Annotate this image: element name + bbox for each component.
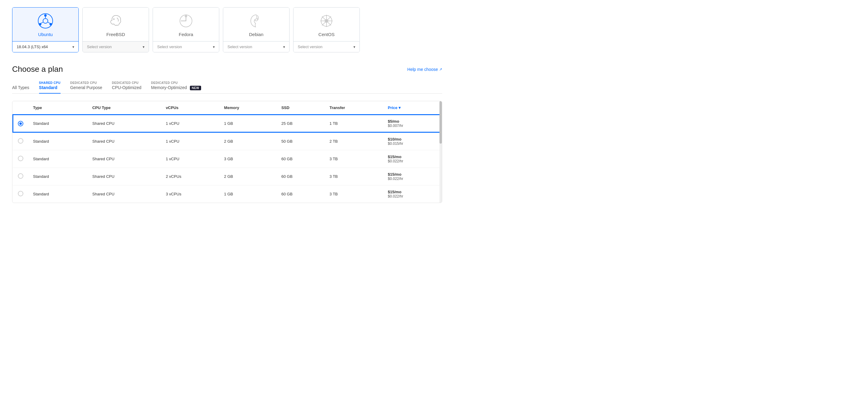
th-transfer: Transfer [325, 101, 383, 115]
os-card-freebsd[interactable]: FreeBSD Select version ▾ [82, 7, 149, 52]
price-hr-4: $0.022/hr [388, 177, 437, 181]
radio-btn-4[interactable] [18, 173, 23, 179]
chevron-down-icon-freebsd[interactable]: ▾ [143, 45, 145, 49]
radio-cell-1[interactable] [13, 115, 28, 133]
ubuntu-icon [37, 13, 53, 29]
table-row[interactable]: Standard Shared CPU 1 vCPU 3 GB 60 GB 3 … [13, 150, 441, 168]
scrollbar-track[interactable] [439, 101, 442, 203]
table-row[interactable]: Standard Shared CPU 3 vCPUs 1 GB 60 GB 3… [13, 185, 441, 203]
th-ssd: SSD [277, 101, 325, 115]
plan-vcpus-2: 1 vCPU [161, 133, 219, 150]
plan-transfer-4: 3 TB [325, 168, 383, 185]
os-card-ubuntu[interactable]: Ubuntu 18.04.3 (LTS) x64 ▾ [12, 7, 79, 52]
price-hr-2: $0.015/hr [388, 142, 437, 146]
tab-cpu-optimized[interactable]: DEDICATED CPU CPU-Optimized [112, 81, 142, 94]
plan-memory-4: 2 GB [219, 168, 277, 185]
radio-btn-2[interactable] [18, 138, 23, 144]
os-version-bottom-freebsd[interactable]: Select version ▾ [83, 41, 149, 52]
plan-memory-5: 1 GB [219, 185, 277, 203]
plan-type-3: Standard [28, 150, 88, 168]
plan-cpu-type-4: Shared CPU [88, 168, 161, 185]
radio-cell-2[interactable] [13, 133, 28, 150]
price-hr-1: $0.007/hr [388, 124, 436, 128]
table-header-row: Type CPU Type vCPUs Memory SSD Transfer … [13, 101, 441, 115]
plan-cpu-type-2: Shared CPU [88, 133, 161, 150]
price-mo-3: $15/mo [388, 154, 437, 159]
plan-table-wrapper: Type CPU Type vCPUs Memory SSD Transfer … [12, 101, 442, 203]
centos-icon [319, 13, 334, 29]
plan-ssd-5: 60 GB [277, 185, 325, 203]
radio-btn-5[interactable] [18, 191, 23, 196]
radio-btn-3[interactable] [18, 156, 23, 161]
os-name-centos: CentOS [318, 32, 334, 37]
svg-point-8 [113, 19, 115, 20]
os-version-bottom-debian[interactable]: Select version ▾ [223, 41, 289, 52]
price-mo-5: $15/mo [388, 189, 437, 194]
plan-tabs: All Types SHARED CPU Standard DEDICATED … [12, 81, 442, 94]
chevron-down-icon-fedora[interactable]: ▾ [213, 45, 215, 49]
chevron-down-icon-ubuntu[interactable]: ▾ [72, 45, 74, 49]
plan-memory-2: 2 GB [219, 133, 277, 150]
th-price[interactable]: Price ▾ [383, 101, 441, 115]
svg-point-1 [43, 19, 48, 23]
scrollbar-thumb[interactable] [439, 101, 442, 144]
plan-price-5: $15/mo $0.022/hr [383, 185, 441, 203]
svg-point-4 [50, 23, 52, 25]
svg-point-3 [39, 23, 41, 25]
os-card-fedora[interactable]: Fedora Select version ▾ [153, 7, 219, 52]
plan-type-5: Standard [28, 185, 88, 203]
os-version-bottom-centos[interactable]: Select version ▾ [293, 41, 360, 52]
radio-cell-3[interactable] [13, 150, 28, 168]
os-version-bottom-ubuntu[interactable]: 18.04.3 (LTS) x64 ▾ [12, 41, 79, 52]
help-me-choose-label: Help me choose [407, 67, 438, 72]
plan-title: Choose a plan [12, 64, 63, 74]
os-card-debian[interactable]: Debian Select version ▾ [223, 7, 289, 52]
plan-ssd-2: 50 GB [277, 133, 325, 150]
chevron-down-icon-centos[interactable]: ▾ [353, 45, 355, 49]
tab-all-types[interactable]: All Types [12, 85, 29, 94]
plan-price-4: $15/mo $0.022/hr [383, 168, 441, 185]
help-me-choose-link[interactable]: Help me choose ↗ [407, 67, 442, 72]
tab-general-purpose[interactable]: DEDICATED CPU General Purpose [70, 81, 102, 94]
radio-btn-1[interactable] [18, 121, 23, 126]
tab-cpu-category: DEDICATED CPU [112, 81, 142, 85]
plan-vcpus-5: 3 vCPUs [161, 185, 219, 203]
radio-cell-5[interactable] [13, 185, 28, 203]
th-type: Type [28, 101, 88, 115]
plan-memory-3: 3 GB [219, 150, 277, 168]
chevron-down-icon-debian[interactable]: ▾ [283, 45, 285, 49]
table-row[interactable]: Standard Shared CPU 1 vCPU 2 GB 50 GB 2 … [13, 133, 441, 150]
os-version-ubuntu: 18.04.3 (LTS) x64 [17, 45, 48, 49]
radio-cell-4[interactable] [13, 168, 28, 185]
external-link-icon: ↗ [439, 67, 442, 71]
os-name-freebsd: FreeBSD [106, 32, 125, 37]
price-mo-2: $10/mo [388, 137, 437, 142]
tab-general-label: General Purpose [70, 85, 102, 90]
plan-transfer-1: 1 TB [325, 115, 383, 133]
plan-transfer-3: 3 TB [325, 150, 383, 168]
tab-standard[interactable]: SHARED CPU Standard [39, 81, 61, 94]
plan-ssd-4: 60 GB [277, 168, 325, 185]
os-version-bottom-fedora[interactable]: Select version ▾ [153, 41, 219, 52]
tab-memory-label: Memory-Optimized NEW [151, 85, 201, 90]
table-row[interactable]: Standard Shared CPU 1 vCPU 1 GB 25 GB 1 … [13, 115, 441, 133]
os-card-centos[interactable]: CentOS Select version ▾ [293, 7, 360, 52]
svg-point-2 [44, 14, 46, 17]
th-select [13, 101, 28, 115]
price-mo-4: $15/mo [388, 172, 437, 177]
table-row[interactable]: Standard Shared CPU 2 vCPUs 2 GB 60 GB 3… [13, 168, 441, 185]
os-card-top-freebsd: FreeBSD [83, 7, 149, 41]
os-card-top-debian: Debian [223, 7, 289, 41]
plan-cpu-type-5: Shared CPU [88, 185, 161, 203]
tab-memory-optimized[interactable]: DEDICATED CPU Memory-Optimized NEW [151, 81, 201, 94]
plan-price-1: $5/mo $0.007/hr [383, 115, 441, 133]
plan-cpu-type-1: Shared CPU [88, 115, 161, 133]
os-version-placeholder-freebsd: Select version [87, 45, 112, 49]
price-hr-3: $0.022/hr [388, 159, 437, 163]
plan-memory-1: 1 GB [219, 115, 277, 133]
os-card-top-centos: CentOS [293, 7, 360, 41]
plan-vcpus-4: 2 vCPUs [161, 168, 219, 185]
plan-table: Type CPU Type vCPUs Memory SSD Transfer … [12, 101, 442, 203]
tab-memory-category: DEDICATED CPU [151, 81, 201, 85]
plan-section-header: Choose a plan Help me choose ↗ [12, 64, 442, 74]
